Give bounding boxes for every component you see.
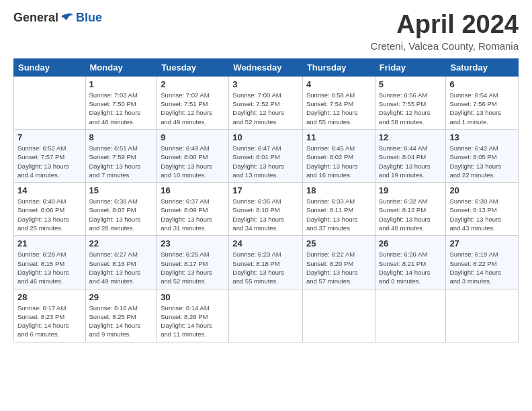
day-number: 7: [17, 132, 82, 142]
week-row-4: 21Sunrise: 6:28 AM Sunset: 8:15 PM Dayli…: [14, 236, 519, 289]
day-info: Sunrise: 6:45 AM Sunset: 8:02 PM Dayligh…: [306, 144, 371, 179]
calendar-cell: 4Sunrise: 6:58 AM Sunset: 7:54 PM Daylig…: [302, 76, 375, 129]
calendar-cell: 18Sunrise: 6:33 AM Sunset: 8:11 PM Dayli…: [302, 183, 375, 236]
day-number: 13: [449, 132, 515, 142]
calendar-cell: [14, 76, 86, 129]
calendar-cell: 29Sunrise: 6:16 AM Sunset: 8:25 PM Dayli…: [85, 289, 157, 342]
header-wednesday: Wednesday: [229, 58, 303, 76]
day-info: Sunrise: 6:37 AM Sunset: 8:09 PM Dayligh…: [161, 197, 225, 232]
day-number: 5: [379, 79, 443, 89]
day-number: 19: [379, 185, 443, 195]
day-info: Sunrise: 6:40 AM Sunset: 8:06 PM Dayligh…: [17, 197, 82, 232]
day-info: Sunrise: 6:27 AM Sunset: 8:16 PM Dayligh…: [89, 250, 154, 285]
calendar-cell: 13Sunrise: 6:42 AM Sunset: 8:05 PM Dayli…: [446, 129, 519, 182]
day-info: Sunrise: 6:16 AM Sunset: 8:25 PM Dayligh…: [89, 304, 154, 339]
month-title: April 2024: [371, 11, 519, 39]
day-info: Sunrise: 6:25 AM Sunset: 8:17 PM Dayligh…: [161, 250, 225, 285]
day-number: 25: [306, 238, 371, 248]
day-number: 10: [232, 132, 299, 142]
header-thursday: Thursday: [302, 58, 375, 76]
page-header: General Blue April 2024 Creteni, Valcea …: [13, 11, 519, 52]
calendar-cell: [375, 289, 446, 342]
header-sunday: Sunday: [14, 58, 86, 76]
day-number: 6: [449, 79, 515, 89]
calendar-cell: 22Sunrise: 6:27 AM Sunset: 8:16 PM Dayli…: [85, 236, 157, 289]
day-info: Sunrise: 6:38 AM Sunset: 8:07 PM Dayligh…: [89, 197, 154, 232]
calendar-cell: 10Sunrise: 6:47 AM Sunset: 8:01 PM Dayli…: [229, 129, 303, 182]
day-number: 12: [379, 132, 443, 142]
day-number: 28: [17, 292, 82, 302]
day-number: 3: [232, 79, 299, 89]
day-number: 4: [306, 79, 371, 89]
day-number: 14: [17, 185, 82, 195]
day-info: Sunrise: 6:52 AM Sunset: 7:57 PM Dayligh…: [17, 144, 82, 179]
day-info: Sunrise: 6:44 AM Sunset: 8:04 PM Dayligh…: [379, 144, 443, 179]
title-block: April 2024 Creteni, Valcea County, Roman…: [371, 11, 519, 52]
calendar-cell: 2Sunrise: 7:02 AM Sunset: 7:51 PM Daylig…: [157, 76, 229, 129]
calendar-cell: 30Sunrise: 6:14 AM Sunset: 8:26 PM Dayli…: [157, 289, 229, 342]
calendar-cell: 23Sunrise: 6:25 AM Sunset: 8:17 PM Dayli…: [157, 236, 229, 289]
day-info: Sunrise: 6:19 AM Sunset: 8:22 PM Dayligh…: [449, 250, 515, 285]
day-info: Sunrise: 6:30 AM Sunset: 8:13 PM Dayligh…: [449, 197, 515, 232]
day-number: 23: [161, 238, 225, 248]
day-info: Sunrise: 6:17 AM Sunset: 8:23 PM Dayligh…: [17, 304, 82, 339]
day-number: 17: [232, 185, 299, 195]
calendar-cell: 20Sunrise: 6:30 AM Sunset: 8:13 PM Dayli…: [446, 183, 519, 236]
calendar-cell: 3Sunrise: 7:00 AM Sunset: 7:52 PM Daylig…: [229, 76, 303, 129]
calendar-cell: 8Sunrise: 6:51 AM Sunset: 7:59 PM Daylig…: [85, 129, 157, 182]
day-info: Sunrise: 7:00 AM Sunset: 7:52 PM Dayligh…: [232, 91, 299, 126]
day-number: 18: [306, 185, 371, 195]
day-number: 2: [161, 79, 225, 89]
week-row-3: 14Sunrise: 6:40 AM Sunset: 8:06 PM Dayli…: [14, 183, 519, 236]
day-info: Sunrise: 7:03 AM Sunset: 7:50 PM Dayligh…: [89, 91, 154, 126]
day-number: 15: [89, 185, 154, 195]
day-number: 11: [306, 132, 371, 142]
day-number: 9: [161, 132, 225, 142]
day-info: Sunrise: 6:56 AM Sunset: 7:55 PM Dayligh…: [379, 91, 443, 126]
day-number: 24: [232, 238, 299, 248]
week-row-5: 28Sunrise: 6:17 AM Sunset: 8:23 PM Dayli…: [14, 289, 519, 342]
calendar-cell: [302, 289, 375, 342]
logo: General Blue: [13, 11, 102, 25]
day-info: Sunrise: 6:32 AM Sunset: 8:12 PM Dayligh…: [379, 197, 443, 232]
calendar-cell: 21Sunrise: 6:28 AM Sunset: 8:15 PM Dayli…: [14, 236, 86, 289]
calendar-cell: 6Sunrise: 6:54 AM Sunset: 7:56 PM Daylig…: [446, 76, 519, 129]
calendar-cell: 24Sunrise: 6:23 AM Sunset: 8:18 PM Dayli…: [229, 236, 303, 289]
calendar-cell: 5Sunrise: 6:56 AM Sunset: 7:55 PM Daylig…: [375, 76, 446, 129]
day-number: 29: [89, 292, 154, 302]
calendar-cell: 11Sunrise: 6:45 AM Sunset: 8:02 PM Dayli…: [302, 129, 375, 182]
day-info: Sunrise: 6:23 AM Sunset: 8:18 PM Dayligh…: [232, 250, 299, 285]
day-info: Sunrise: 6:51 AM Sunset: 7:59 PM Dayligh…: [89, 144, 154, 179]
calendar-table: Sunday Monday Tuesday Wednesday Thursday…: [13, 58, 519, 342]
day-info: Sunrise: 6:54 AM Sunset: 7:56 PM Dayligh…: [449, 91, 515, 126]
header-saturday: Saturday: [446, 58, 519, 76]
calendar-cell: 14Sunrise: 6:40 AM Sunset: 8:06 PM Dayli…: [14, 183, 86, 236]
logo-bird-icon: [60, 13, 74, 24]
week-row-2: 7Sunrise: 6:52 AM Sunset: 7:57 PM Daylig…: [14, 129, 519, 182]
day-info: Sunrise: 6:58 AM Sunset: 7:54 PM Dayligh…: [306, 91, 371, 126]
calendar-cell: 16Sunrise: 6:37 AM Sunset: 8:09 PM Dayli…: [157, 183, 229, 236]
day-info: Sunrise: 6:49 AM Sunset: 8:00 PM Dayligh…: [161, 144, 225, 179]
header-monday: Monday: [85, 58, 157, 76]
day-info: Sunrise: 6:33 AM Sunset: 8:11 PM Dayligh…: [306, 197, 371, 232]
day-info: Sunrise: 6:28 AM Sunset: 8:15 PM Dayligh…: [17, 250, 82, 285]
logo-blue: Blue: [76, 11, 102, 25]
day-info: Sunrise: 6:20 AM Sunset: 8:21 PM Dayligh…: [379, 250, 443, 285]
calendar-cell: 12Sunrise: 6:44 AM Sunset: 8:04 PM Dayli…: [375, 129, 446, 182]
day-number: 16: [161, 185, 225, 195]
day-number: 26: [379, 238, 443, 248]
day-number: 1: [89, 79, 154, 89]
day-number: 20: [449, 185, 515, 195]
day-number: 8: [89, 132, 154, 142]
day-info: Sunrise: 6:42 AM Sunset: 8:05 PM Dayligh…: [449, 144, 515, 179]
header-tuesday: Tuesday: [157, 58, 229, 76]
day-number: 27: [449, 238, 515, 248]
calendar-cell: [446, 289, 519, 342]
logo-general: General: [13, 11, 58, 25]
calendar-cell: [229, 289, 303, 342]
header-friday: Friday: [375, 58, 446, 76]
calendar-cell: 7Sunrise: 6:52 AM Sunset: 7:57 PM Daylig…: [14, 129, 86, 182]
week-row-1: 1Sunrise: 7:03 AM Sunset: 7:50 PM Daylig…: [14, 76, 519, 129]
calendar-cell: 19Sunrise: 6:32 AM Sunset: 8:12 PM Dayli…: [375, 183, 446, 236]
calendar-cell: 28Sunrise: 6:17 AM Sunset: 8:23 PM Dayli…: [14, 289, 86, 342]
